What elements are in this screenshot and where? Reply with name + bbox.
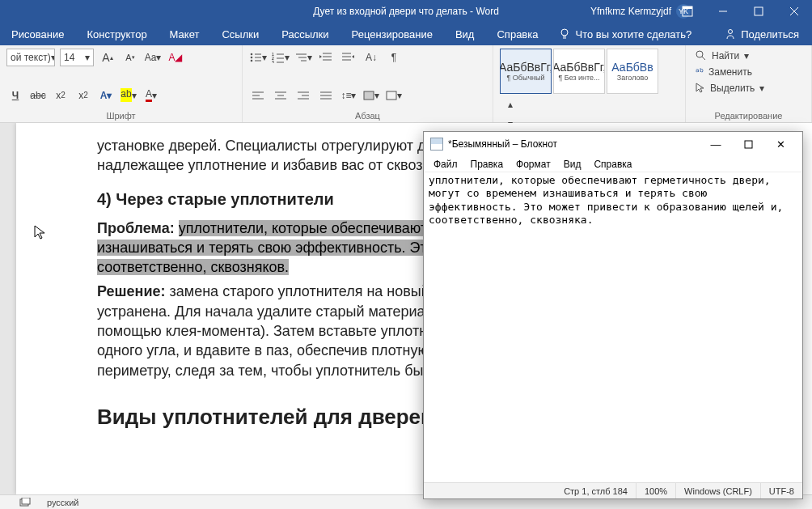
tab-view[interactable]: Вид [444, 23, 486, 45]
svg-rect-46 [387, 91, 396, 100]
cursor-icon [696, 83, 705, 94]
notepad-icon [430, 138, 443, 151]
notepad-menubar: Файл Правка Формат Вид Справка [424, 156, 802, 172]
ribbon: ой текст)▾ 14▾ A▴ A▾ Aa▾ A◢ Ч abc x2 x2 … [0, 45, 812, 123]
style-normal[interactable]: АаБбВвГг, ¶ Обычный [500, 49, 552, 94]
notepad-close[interactable]: ✕ [765, 134, 796, 154]
language-icon [19, 498, 31, 507]
tab-drawing[interactable]: Рисование [0, 23, 75, 45]
ribbon-group-font: ой текст)▾ 14▾ A▴ A▾ Aa▾ A◢ Ч abc x2 x2 … [0, 45, 243, 122]
subscript-button[interactable]: x2 [52, 87, 70, 104]
styles-scroll-up[interactable]: ▴ [501, 95, 519, 113]
svg-point-47 [696, 51, 703, 57]
numbering-button[interactable]: 123▾ [272, 49, 290, 66]
svg-point-10 [251, 53, 253, 56]
show-marks-button[interactable]: ¶ [385, 49, 403, 66]
notepad-menu-format[interactable]: Формат [510, 158, 557, 171]
align-right-button[interactable] [294, 87, 312, 104]
svg-point-14 [251, 60, 253, 62]
notepad-cursor-pos: Стр 1, стлб 184 [556, 483, 636, 498]
tab-design[interactable]: Конструктор [75, 23, 158, 45]
svg-marker-32 [352, 55, 354, 58]
svg-rect-50 [22, 498, 30, 504]
svg-rect-3 [755, 7, 763, 15]
line-spacing-button[interactable]: ↕≡▾ [340, 87, 357, 104]
replace-button[interactable]: ᵃᵇЗаменить [692, 65, 755, 79]
share-icon [725, 28, 736, 40]
ribbon-group-paragraph: ▾ 123▾ ▾ A↓ ¶ ↕≡▾ ▾ ▾ Абзац [243, 45, 493, 122]
font-color-button[interactable]: A▾ [142, 87, 160, 104]
notepad-titlebar[interactable]: *Безымянный – Блокнот — ✕ [424, 132, 802, 156]
indent-button[interactable] [340, 49, 357, 66]
ribbon-group-editing: Найти ▾ ᵃᵇЗаменить Выделить ▾ Редактиров… [686, 45, 812, 122]
find-button[interactable]: Найти ▾ [692, 49, 752, 63]
notepad-menu-file[interactable]: Файл [427, 158, 464, 171]
tab-mailings[interactable]: Рассылки [270, 23, 340, 45]
borders-button[interactable]: ▾ [385, 87, 403, 104]
svg-rect-45 [364, 91, 374, 100]
svg-point-6 [561, 29, 568, 36]
justify-button[interactable] [317, 87, 335, 104]
document-title: Дует из входной двери что делать - Word [313, 6, 499, 17]
minimize-button[interactable] [705, 0, 741, 23]
bullets-button[interactable]: ▾ [249, 49, 267, 66]
window-controls [670, 0, 812, 23]
clear-format-button[interactable]: A◢ [167, 49, 184, 66]
align-center-button[interactable] [272, 87, 290, 104]
maximize-button[interactable] [741, 0, 776, 23]
svg-text:3: 3 [272, 60, 274, 63]
outdent-button[interactable] [317, 49, 335, 66]
tab-review[interactable]: Рецензирование [340, 23, 444, 45]
notepad-encoding: UTF-8 [760, 483, 802, 498]
notepad-eol: Windows (CRLF) [675, 483, 760, 498]
ribbon-group-styles: АаБбВвГг, ¶ Обычный АаБбВвГг, ¶ Без инте… [493, 45, 686, 122]
ribbon-tabs: Рисование Конструктор Макет Ссылки Рассы… [0, 23, 812, 45]
notepad-minimize[interactable]: — [700, 134, 731, 154]
svg-marker-28 [319, 55, 322, 58]
style-heading1[interactable]: АаБбВв Заголово [607, 49, 658, 94]
superscript-button[interactable]: x2 [74, 87, 92, 104]
multilevel-button[interactable]: ▾ [294, 49, 312, 66]
shading-button[interactable]: ▾ [362, 87, 380, 104]
align-left-button[interactable] [249, 87, 267, 104]
font-size-combo[interactable]: 14▾ [60, 49, 94, 66]
style-no-spacing[interactable]: АаБбВвГг, ¶ Без инте... [553, 49, 605, 94]
notepad-menu-help[interactable]: Справка [587, 158, 638, 171]
change-case-button[interactable]: Aa▾ [144, 49, 162, 66]
grow-font-button[interactable]: A▴ [99, 49, 116, 66]
lightbulb-icon [559, 28, 570, 40]
strike-button[interactable]: abc [29, 87, 47, 104]
underline-button[interactable]: Ч [6, 87, 24, 104]
sort-button[interactable]: A↓ [362, 49, 380, 66]
close-button[interactable] [776, 0, 812, 23]
ribbon-options-icon[interactable] [670, 0, 705, 23]
svg-rect-51 [745, 141, 752, 148]
tab-layout[interactable]: Макет [159, 23, 211, 45]
select-button[interactable]: Выделить ▾ [692, 81, 768, 95]
notepad-textarea[interactable]: уплотнители, которые обеспечивают гермет… [424, 172, 802, 482]
font-name-combo[interactable]: ой текст)▾ [6, 49, 55, 66]
tab-help[interactable]: Справка [485, 23, 549, 45]
language-indicator[interactable]: русский [47, 498, 78, 507]
svg-rect-1 [683, 6, 692, 9]
svg-point-12 [251, 57, 253, 59]
search-icon [696, 50, 707, 62]
svg-point-9 [729, 30, 733, 34]
share-button[interactable]: Поделиться [712, 28, 812, 40]
notepad-menu-view[interactable]: Вид [557, 158, 588, 171]
highlight-button[interactable]: ab▾ [120, 87, 137, 104]
notepad-window[interactable]: *Безымянный – Блокнот — ✕ Файл Правка Фо… [423, 131, 803, 499]
notepad-title: *Безымянный – Блокнот [448, 138, 557, 150]
svg-line-48 [702, 57, 705, 60]
tab-references[interactable]: Ссылки [210, 23, 270, 45]
word-titlebar: Дует из входной двери что делать - Word … [0, 0, 812, 23]
notepad-zoom: 100% [636, 483, 675, 498]
text-effects-button[interactable]: A▾ [97, 87, 115, 104]
shrink-font-button[interactable]: A▾ [121, 49, 139, 66]
tell-me[interactable]: Что вы хотите сделать? [549, 28, 701, 40]
notepad-statusbar: Стр 1, стлб 184 100% Windows (CRLF) UTF-… [424, 482, 802, 498]
notepad-maximize[interactable] [733, 134, 763, 154]
notepad-menu-edit[interactable]: Правка [464, 158, 510, 171]
